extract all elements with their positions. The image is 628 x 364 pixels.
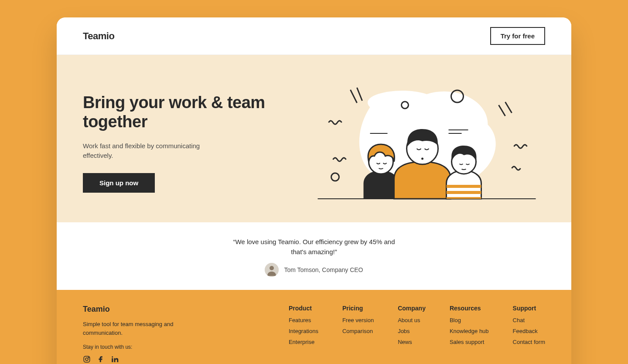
footer-col-product: Product Features Integrations Enterprise — [289, 305, 318, 363]
svg-point-24 — [112, 356, 113, 357]
footer-col-title: Product — [289, 305, 318, 312]
footer-col-resources: Resources Blog Knowledge hub Sales suppo… — [450, 305, 489, 363]
footer-col-title: Resources — [450, 305, 489, 312]
hero-section: Bring your work & team together Work fas… — [57, 55, 571, 222]
svg-rect-23 — [112, 358, 113, 362]
svg-rect-16 — [444, 197, 484, 200]
team-illustration-icon — [308, 81, 545, 203]
footer-link[interactable]: Comparison — [342, 328, 374, 334]
social-links — [83, 355, 196, 363]
avatar — [265, 263, 279, 277]
hero-title: Bring your work & team together — [83, 93, 291, 131]
try-for-free-button[interactable]: Try for free — [490, 27, 545, 45]
footer-link[interactable]: Sales support — [450, 339, 489, 345]
hero-subtitle: Work fast and flexible by communicating … — [83, 141, 214, 161]
footer-brand: Teamio Simple tool for team messaging an… — [83, 305, 196, 363]
footer-col-title: Pricing — [342, 305, 374, 312]
footer-link[interactable]: Enterprise — [289, 339, 318, 345]
instagram-icon[interactable] — [83, 355, 91, 363]
footer-col-support: Support Chat Feedback Contact form — [513, 305, 545, 363]
footer-col-pricing: Pricing Free version Comparison — [342, 305, 374, 363]
footer-link[interactable]: Blog — [450, 317, 489, 323]
footer-columns: Product Features Integrations Enterprise… — [289, 305, 545, 363]
footer-logo: Teamio — [83, 305, 196, 314]
testimonial-author: Tom Tomson, Company CEO — [65, 263, 563, 277]
linkedin-icon[interactable] — [111, 355, 119, 363]
footer-link[interactable]: About us — [398, 317, 426, 323]
footer-link[interactable]: Contact form — [513, 339, 545, 345]
avatar-icon — [265, 263, 279, 277]
hero-content: Bring your work & team together Work fas… — [83, 93, 291, 192]
footer-link[interactable]: News — [398, 339, 426, 345]
svg-point-21 — [85, 358, 88, 361]
footer-link[interactable]: Free version — [342, 317, 374, 323]
sign-up-button[interactable]: Sign up now — [83, 173, 155, 193]
svg-line-6 — [505, 102, 512, 113]
footer-stay-label: Stay in touch with us: — [83, 344, 196, 350]
svg-point-13 — [421, 158, 423, 160]
facebook-icon[interactable] — [97, 355, 105, 363]
svg-rect-14 — [444, 185, 484, 188]
svg-point-22 — [88, 357, 89, 358]
footer-link[interactable]: Chat — [513, 317, 545, 323]
hero-illustration — [308, 81, 545, 205]
footer-link[interactable]: Jobs — [398, 328, 426, 334]
logo: Teamio — [83, 31, 114, 42]
testimonial-name: Tom Tomson, Company CEO — [284, 266, 363, 273]
footer-col-company: Company About us Jobs News — [398, 305, 426, 363]
footer: Teamio Simple tool for team messaging an… — [57, 290, 571, 364]
footer-col-title: Support — [513, 305, 545, 312]
testimonial-text: “We love using Teamio. Our efficiency gr… — [227, 237, 401, 257]
page-card: Teamio Try for free Bring your work & te… — [57, 17, 571, 364]
svg-line-3 — [351, 90, 357, 103]
footer-col-title: Company — [398, 305, 426, 312]
footer-link[interactable]: Feedback — [513, 328, 545, 334]
svg-line-4 — [357, 88, 362, 101]
header: Teamio Try for free — [57, 17, 571, 55]
svg-point-2 — [331, 173, 339, 181]
footer-link[interactable]: Features — [289, 317, 318, 323]
footer-link[interactable]: Integrations — [289, 328, 318, 334]
footer-link[interactable]: Knowledge hub — [450, 328, 489, 334]
footer-tagline: Simple tool for team messaging and commu… — [83, 320, 196, 337]
svg-point-19 — [270, 266, 274, 270]
svg-line-5 — [499, 105, 505, 116]
testimonial-section: “We love using Teamio. Our efficiency gr… — [57, 222, 571, 290]
svg-rect-15 — [444, 191, 484, 194]
